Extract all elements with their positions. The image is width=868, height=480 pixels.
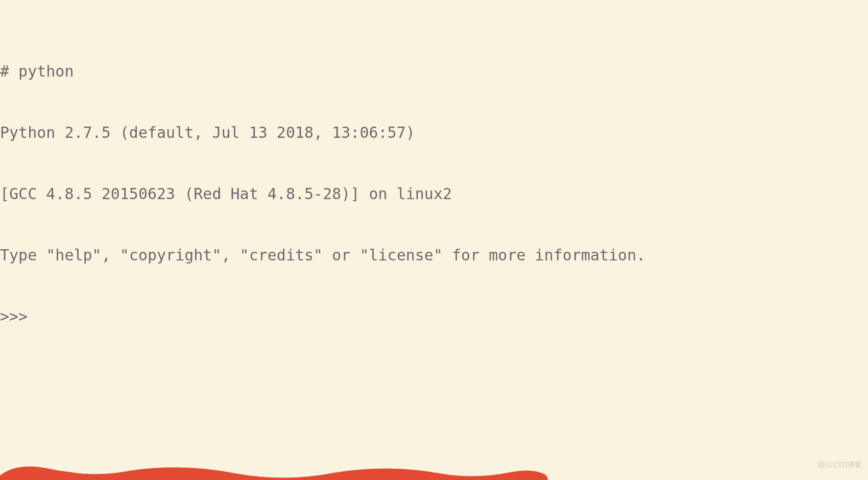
python-help-line: Type "help", "copyright", "credits" or "… bbox=[0, 245, 868, 266]
redaction-mark bbox=[0, 465, 562, 480]
python-prompt[interactable]: >>> bbox=[0, 306, 868, 327]
terminal-output: # python Python 2.7.5 (default, Jul 13 2… bbox=[0, 0, 868, 480]
python-gcc-line: [GCC 4.8.5 20150623 (Red Hat 4.8.5-28)] … bbox=[0, 184, 868, 204]
python-version-line: Python 2.7.5 (default, Jul 13 2018, 13:0… bbox=[0, 123, 868, 143]
blank-line bbox=[0, 368, 868, 388]
shell-command: # python bbox=[0, 61, 868, 82]
prompt-row: :/tmp bbox=[0, 470, 868, 480]
watermark: @51CTO博客 bbox=[817, 454, 862, 475]
